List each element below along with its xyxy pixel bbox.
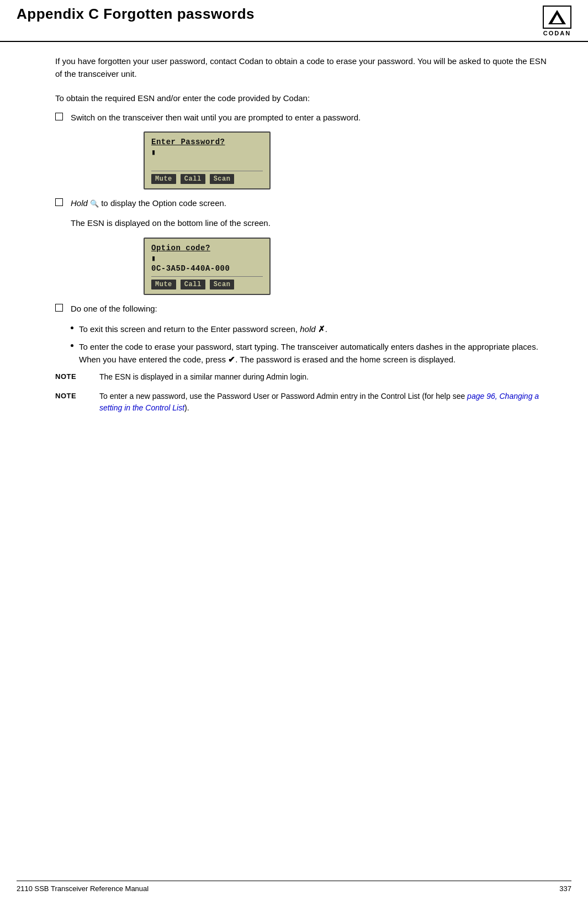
step-3-text: Do one of the following: [71, 303, 555, 315]
main-content: If you have forgotten your user password… [0, 42, 588, 435]
step-3-checkbox [55, 304, 63, 312]
lcd-option-code-screen: Option code? ▮ 0C-3A5D-440A-000 Mute Cal… [144, 238, 271, 296]
note-1: NOTE The ESN is displayed in a similar m… [55, 371, 555, 383]
section-lead: To obtain the required ESN and/or enter … [55, 92, 555, 105]
note-2-label: NOTE [55, 391, 99, 402]
step-2: Hold 🔍 to display the Option code screen… [55, 197, 555, 210]
step-1: Switch on the transceiver then wait unti… [55, 112, 555, 124]
lcd-scan-btn-2: Scan [210, 280, 235, 289]
codan-logo: CODAN [543, 6, 571, 36]
lcd-mute-btn-2: Mute [151, 280, 176, 289]
lcd-enter-password-line1: Enter Password? [151, 137, 263, 148]
bullet-dot-1 [71, 326, 73, 329]
step-2-checkbox [55, 198, 63, 206]
step-1-text: Switch on the transceiver then wait unti… [71, 112, 555, 124]
lcd-enter-password-line2: ▮ [151, 148, 263, 158]
step-2-text: Hold 🔍 to display the Option code screen… [71, 197, 555, 210]
lcd-option-code-line3: 0C-3A5D-440A-000 [151, 264, 263, 274]
step-3: Do one of the following: [55, 303, 555, 315]
lcd-enter-password-line3 [151, 158, 263, 168]
bullet-item-1: To exit this screen and return to the En… [71, 323, 555, 336]
note-2-text: To enter a new password, use the Passwor… [99, 391, 555, 414]
page-title: Appendix C Forgotten passwords [17, 6, 255, 23]
lcd-option-code-line1: Option code? [151, 243, 263, 254]
lcd-scan-btn: Scan [210, 174, 235, 184]
lcd-call-btn-2: Call [181, 280, 205, 289]
bullet-item-2: To enter the code to erase your password… [71, 341, 555, 366]
note-1-label: NOTE [55, 371, 99, 382]
lcd-enter-password-buttons: Mute Call Scan [151, 171, 263, 184]
footer-left: 2110 SSB Transceiver Reference Manual [17, 884, 149, 893]
step-2b-text: The ESN is displayed on the bottom line … [71, 217, 555, 230]
lcd-call-btn: Call [181, 174, 205, 184]
page-header: Appendix C Forgotten passwords CODAN [0, 0, 588, 42]
intro-paragraph: If you have forgotten your user password… [55, 55, 555, 80]
codan-logo-text: CODAN [543, 30, 571, 36]
lcd-enter-password-screen: Enter Password? ▮ Mute Call Scan [144, 131, 271, 189]
note-1-text: The ESN is displayed in a similar manner… [99, 371, 555, 383]
bullet-list: To exit this screen and return to the En… [71, 323, 555, 366]
bullet-text-2: To enter the code to erase your password… [79, 341, 555, 366]
lcd-mute-btn: Mute [151, 174, 176, 184]
bullet-dot-2 [71, 344, 73, 347]
lcd-option-code-line2: ▮ [151, 254, 263, 264]
page-footer: 2110 SSB Transceiver Reference Manual 33… [17, 881, 571, 893]
codan-logo-icon [547, 9, 567, 25]
lcd-option-code-buttons: Mute Call Scan [151, 276, 263, 289]
note-2: NOTE To enter a new password, use the Pa… [55, 391, 555, 414]
footer-right: 337 [559, 884, 571, 893]
codan-logo-box [543, 6, 571, 29]
bullet-text-1: To exit this screen and return to the En… [79, 323, 327, 336]
step-1-checkbox [55, 113, 63, 120]
